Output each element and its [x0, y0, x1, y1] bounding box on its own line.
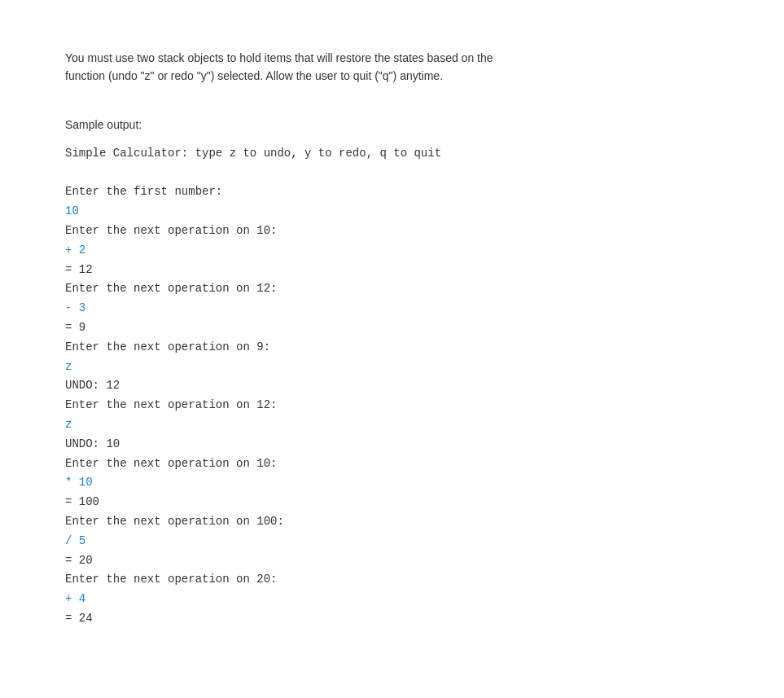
description-line1: You must use two stack objects to hold i…: [65, 49, 719, 67]
output-line19-user: / 5: [65, 532, 719, 551]
description-line2: function (undo "z" or redo "y") selected…: [65, 67, 719, 85]
output-line2-user: 10: [65, 202, 719, 222]
output-header: Simple Calculator: type z to undo, y to …: [65, 144, 719, 164]
output-line14: UNDO: 10: [65, 435, 719, 454]
output-line1: Enter the first number:: [65, 182, 719, 202]
output-block: Simple Calculator: type z to undo, y to …: [65, 144, 719, 629]
output-line10-user: z: [65, 358, 719, 377]
output-line5: = 12: [65, 261, 719, 280]
output-line17: = 100: [65, 493, 719, 512]
output-line18: Enter the next operation on 100:: [65, 512, 719, 532]
output-blank1: [65, 164, 719, 183]
output-line8: = 9: [65, 318, 719, 338]
output-line12: Enter the next operation on 12:: [65, 396, 719, 415]
sample-output-label: Sample output:: [65, 118, 719, 131]
output-line9: Enter the next operation on 9:: [65, 338, 719, 358]
output-line6: Enter the next operation on 12:: [65, 279, 719, 299]
output-line7-user: - 3: [65, 299, 719, 318]
output-line11: UNDO: 12: [65, 376, 719, 396]
output-line3: Enter the next operation on 10:: [65, 222, 719, 241]
output-line13-user: z: [65, 415, 719, 435]
output-line15: Enter the next operation on 10:: [65, 454, 719, 474]
output-line16-user: * 10: [65, 473, 719, 493]
output-line23: = 24: [65, 609, 719, 629]
output-line22-user: + 4: [65, 590, 719, 609]
output-line20: = 20: [65, 551, 719, 571]
output-line21: Enter the next operation on 20:: [65, 570, 719, 590]
description-block: You must use two stack objects to hold i…: [65, 49, 719, 86]
output-line4-user: + 2: [65, 241, 719, 261]
